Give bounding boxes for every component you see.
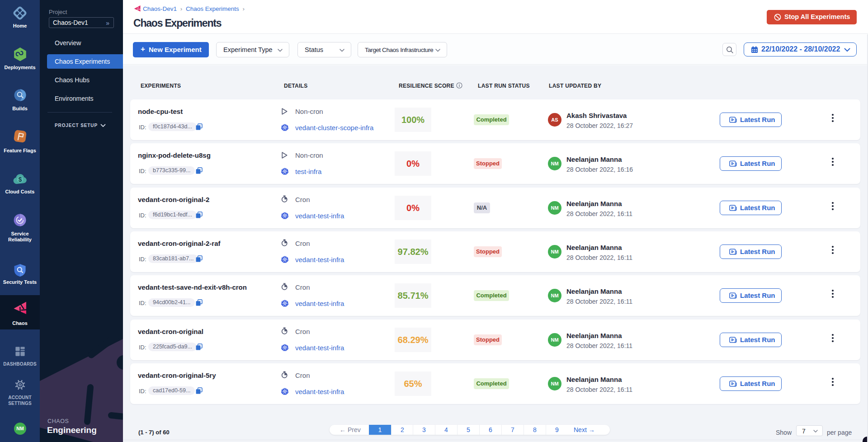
- svg-text:$: $: [18, 176, 22, 183]
